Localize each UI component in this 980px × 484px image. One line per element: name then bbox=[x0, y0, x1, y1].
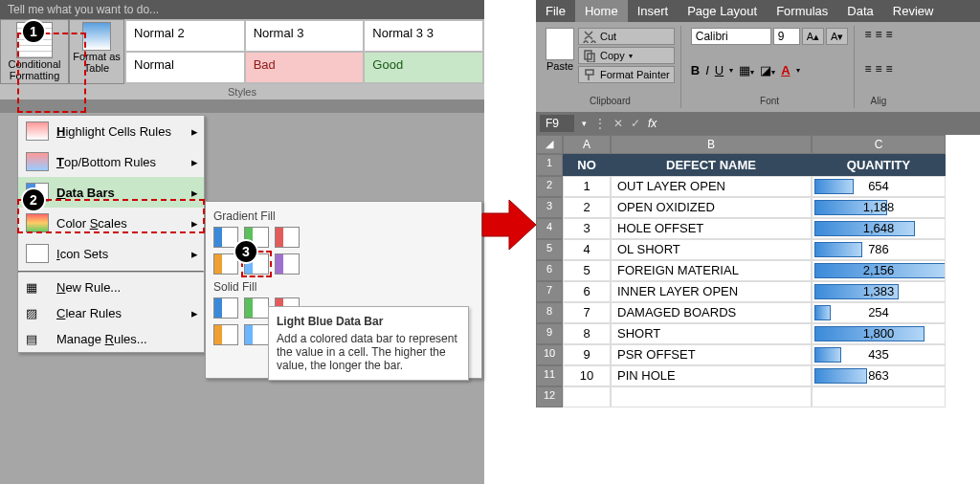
tab-page-layout[interactable]: Page Layout bbox=[678, 0, 767, 22]
cut-button[interactable]: Cut bbox=[578, 28, 675, 45]
cell-no[interactable]: 8 bbox=[563, 323, 611, 344]
style-normal-33[interactable]: Normal 3 3 bbox=[364, 20, 483, 52]
cell-no[interactable]: 4 bbox=[563, 239, 611, 260]
grow-font-button[interactable]: A▴ bbox=[802, 28, 824, 45]
shrink-font-button[interactable]: A▾ bbox=[826, 28, 848, 45]
col-C[interactable]: C bbox=[812, 135, 946, 154]
cell-defect-name[interactable]: SHORT bbox=[611, 323, 812, 344]
fill-color-button[interactable]: ◪▾ bbox=[760, 63, 775, 77]
align-top-button[interactable]: ≡ bbox=[864, 28, 871, 41]
cell-quantity[interactable]: 863 bbox=[812, 365, 946, 386]
empty-cell[interactable] bbox=[611, 386, 812, 407]
row-6[interactable]: 6 bbox=[536, 260, 563, 281]
cell-defect-name[interactable]: INNER LAYER OPEN bbox=[611, 281, 812, 302]
col-A[interactable]: A bbox=[563, 135, 611, 154]
cell-no[interactable]: 1 bbox=[563, 176, 611, 197]
align-bottom-button[interactable]: ≡ bbox=[885, 28, 892, 41]
row-2[interactable]: 2 bbox=[536, 176, 563, 197]
tab-home[interactable]: Home bbox=[575, 0, 628, 22]
cell-quantity[interactable]: 1,188 bbox=[812, 197, 946, 218]
cell-no[interactable]: 2 bbox=[563, 197, 611, 218]
cell-no[interactable]: 9 bbox=[563, 344, 611, 365]
style-normal[interactable]: Normal bbox=[125, 52, 245, 83]
cell-quantity[interactable]: 654 bbox=[812, 176, 946, 197]
cell-defect-name[interactable]: HOLE OFFSET bbox=[611, 218, 812, 239]
font-size-combo[interactable]: 9 bbox=[773, 28, 800, 45]
empty-cell[interactable] bbox=[812, 386, 946, 407]
row-9[interactable]: 9 bbox=[536, 323, 563, 344]
swatch-solid-blue[interactable] bbox=[213, 297, 238, 319]
tab-formulas[interactable]: Formulas bbox=[767, 0, 837, 22]
header-defect[interactable]: DEFECT NAME bbox=[611, 154, 812, 176]
style-normal-3[interactable]: Normal 3 bbox=[245, 20, 365, 52]
cell-quantity[interactable]: 1,648 bbox=[812, 218, 946, 239]
cell-defect-name[interactable]: PSR OFFSET bbox=[611, 344, 812, 365]
format-painter-button[interactable]: Format Painter bbox=[578, 66, 675, 83]
tab-file[interactable]: File bbox=[536, 0, 575, 22]
row-4[interactable]: 4 bbox=[536, 218, 563, 239]
header-qty[interactable]: QUANTITY bbox=[812, 154, 946, 176]
cell-quantity[interactable]: 435 bbox=[812, 344, 946, 365]
cell-defect-name[interactable]: FOREIGN MATERIAL bbox=[611, 260, 812, 281]
worksheet-grid[interactable]: ◢ A B C 1 NO DEFECT NAME QUANTITY 21OUT … bbox=[536, 135, 980, 407]
name-box[interactable]: F9 bbox=[540, 115, 574, 132]
row-7[interactable]: 7 bbox=[536, 281, 563, 302]
cell-defect-name[interactable]: PIN HOLE bbox=[611, 365, 812, 386]
row-5[interactable]: 5 bbox=[536, 239, 563, 260]
swatch-solid-orange[interactable] bbox=[213, 324, 238, 345]
font-name-combo[interactable]: Calibri bbox=[691, 28, 771, 45]
menu-clear-rules[interactable]: ▨ Clear Rules ▸ bbox=[18, 300, 204, 326]
menu-manage-rules[interactable]: ▤ Manage Rules... bbox=[18, 326, 204, 352]
menu-icon-sets[interactable]: Icon Sets ▸ bbox=[18, 238, 204, 269]
cell-quantity[interactable]: 2,156 bbox=[812, 260, 946, 281]
cell-no[interactable]: 7 bbox=[563, 302, 611, 323]
row-10[interactable]: 10 bbox=[536, 344, 563, 365]
bold-button[interactable]: B bbox=[691, 63, 700, 77]
cell-quantity[interactable]: 1,383 bbox=[812, 281, 946, 302]
copy-button[interactable]: Copy▾ bbox=[578, 47, 675, 64]
menu-new-rule[interactable]: ▦ New Rule... bbox=[18, 275, 204, 300]
cell-no[interactable]: 3 bbox=[563, 218, 611, 239]
tab-insert[interactable]: Insert bbox=[628, 0, 679, 22]
align-center-button[interactable]: ≡ bbox=[875, 62, 881, 76]
menu-data-bars[interactable]: Data Bars ▸ bbox=[18, 177, 204, 208]
select-all-corner[interactable]: ◢ bbox=[536, 135, 563, 154]
col-header-I[interactable]: I bbox=[211, 168, 306, 182]
cell-defect-name[interactable]: OPEN OXIDIZED bbox=[611, 197, 812, 218]
format-as-table-button[interactable]: Format as Table bbox=[69, 19, 124, 84]
row-1[interactable]: 1 bbox=[536, 154, 563, 176]
cell-quantity[interactable]: 1,800 bbox=[812, 323, 946, 344]
cell-styles-gallery[interactable]: Normal 2 Normal 3 Normal 3 3 Normal Bad … bbox=[124, 19, 484, 84]
style-normal-2[interactable]: Normal 2 bbox=[125, 20, 245, 52]
menu-top-bottom[interactable]: Top/Bottom Rules ▸ bbox=[18, 146, 204, 177]
swatch-solid-lightblue[interactable] bbox=[244, 324, 269, 345]
cell-no[interactable]: 6 bbox=[563, 281, 611, 302]
font-color-button[interactable]: A bbox=[781, 63, 790, 77]
row-3[interactable]: 3 bbox=[536, 197, 563, 218]
menu-color-scales[interactable]: Color Scales ▸ bbox=[18, 208, 204, 238]
enter-formula-button[interactable]: ✓ bbox=[631, 117, 640, 130]
italic-button[interactable]: I bbox=[705, 63, 709, 77]
underline-button[interactable]: U bbox=[715, 63, 724, 77]
borders-button[interactable]: ▦▾ bbox=[739, 63, 754, 77]
style-bad[interactable]: Bad bbox=[245, 52, 365, 83]
cell-no[interactable]: 10 bbox=[563, 365, 611, 386]
row-11[interactable]: 11 bbox=[536, 365, 563, 386]
swatch-gradient-red[interactable] bbox=[275, 227, 300, 248]
row-12[interactable]: 12 bbox=[536, 386, 563, 407]
col-B[interactable]: B bbox=[611, 135, 812, 154]
menu-highlight-cells[interactable]: Highlight Cells Rules ▸ bbox=[18, 116, 204, 146]
paste-button[interactable]: Paste bbox=[546, 28, 574, 83]
tab-review[interactable]: Review bbox=[883, 0, 944, 22]
cell-defect-name[interactable]: DAMAGED BOARDS bbox=[611, 302, 812, 323]
cell-no[interactable]: 5 bbox=[563, 260, 611, 281]
align-left-button[interactable]: ≡ bbox=[864, 62, 871, 76]
align-middle-button[interactable]: ≡ bbox=[875, 28, 881, 41]
empty-cell[interactable] bbox=[563, 386, 611, 407]
cell-defect-name[interactable]: OUT LAYER OPEN bbox=[611, 176, 812, 197]
tab-data[interactable]: Data bbox=[837, 0, 882, 22]
cell-defect-name[interactable]: OL SHORT bbox=[611, 239, 812, 260]
cell-quantity[interactable]: 254 bbox=[812, 302, 946, 323]
style-good[interactable]: Good bbox=[364, 52, 483, 83]
tell-me-bar[interactable]: Tell me what you want to do... bbox=[0, 0, 484, 19]
